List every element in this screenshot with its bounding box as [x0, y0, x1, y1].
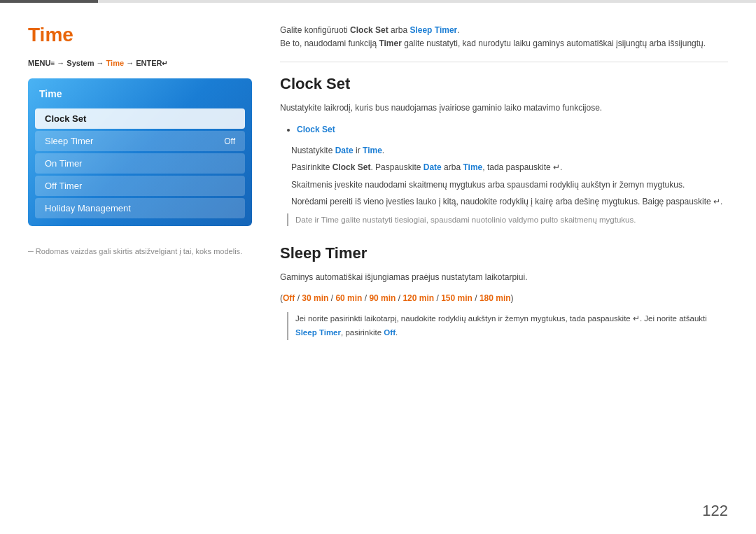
- content-area: Time MENU≡ → System → Time → ENTER↵ Time…: [0, 3, 756, 534]
- intro-text: Galite konfigūruoti Clock Set arba Sleep…: [280, 24, 728, 50]
- clock-set-bullet-list: Clock Set: [291, 122, 728, 136]
- menu-box-title: Time: [28, 84, 252, 106]
- option-60: 60 min: [335, 293, 362, 303]
- intro-line2: Be to, naudodami funkciją Timer galite n…: [280, 38, 706, 48]
- clock-set-sub2-bold: Clock Set: [332, 162, 371, 172]
- clock-set-label: Clock Set: [297, 125, 335, 134]
- option-180: 180 min: [479, 293, 511, 303]
- option-120: 120 min: [402, 293, 434, 303]
- menu-item-holiday-management[interactable]: Holiday Management: [35, 198, 245, 218]
- sleep-timer-note: Jei norite pasirinkti laikotarpį, naudok…: [287, 312, 728, 339]
- menu-item-label: Off Timer: [45, 181, 82, 191]
- sleep-timer-intro: Gaminys automatiškai išjungiamas praėjus…: [280, 271, 728, 284]
- menu-item-label: Sleep Timer: [45, 136, 93, 146]
- off-label: Off: [384, 328, 396, 337]
- timer-options: (Off / 30 min / 60 min / 90 min / 120 mi…: [280, 291, 728, 305]
- date-label-2: Date: [424, 162, 442, 172]
- menu-path: MENU≡ → System → Time → ENTER↵: [28, 59, 252, 67]
- option-off: Off: [283, 293, 295, 303]
- intro-line1: Galite konfigūruoti Clock Set arba Sleep…: [280, 25, 460, 35]
- page-number: 122: [702, 502, 728, 520]
- clock-set-description: Nustatykite laikrodį, kuris bus naudojam…: [280, 101, 728, 115]
- intro-sleep-timer: Sleep Timer: [410, 25, 457, 35]
- menu-path-time: Time: [106, 59, 124, 67]
- menu-item-clock-set[interactable]: Clock Set: [35, 108, 245, 129]
- clock-set-sub1: Nustatykite Date ir Time.: [291, 143, 728, 157]
- time-label-1: Time: [363, 146, 382, 155]
- clock-set-title: Clock Set: [280, 75, 728, 93]
- intro-timer: Timer: [379, 38, 401, 48]
- menu-item-label: On Timer: [45, 158, 82, 169]
- time-label-2: Time: [463, 162, 482, 172]
- left-panel: Time MENU≡ → System → Time → ENTER↵ Time…: [28, 24, 252, 520]
- page-container: Time MENU≡ → System → Time → ENTER↵ Time…: [0, 0, 756, 534]
- menu-item-on-timer[interactable]: On Timer: [35, 153, 245, 174]
- menu-path-text: MENU≡ → System → Time → ENTER↵: [28, 59, 167, 67]
- intro-clock-set: Clock Set: [350, 25, 388, 35]
- clock-set-sub3: Skaitmenis įveskite naudodami skaitmenų …: [291, 178, 728, 192]
- sleep-timer-title: Sleep Timer: [280, 244, 728, 262]
- clock-set-sub2: Pasirinkite Clock Set. Paspauskite Date …: [291, 160, 728, 174]
- clock-set-sub4: Norėdami pereiti iš vieno įvesties lauko…: [291, 195, 728, 209]
- footer-note: ─ Rodomas vaizdas gali skirtis atsižvelg…: [28, 240, 252, 255]
- menu-item-value: Off: [224, 136, 235, 146]
- menu-item-sleep-timer[interactable]: Sleep Timer Off: [35, 131, 245, 151]
- clock-set-dash-note: Date ir Time galite nustatyti tiesiogiai…: [287, 213, 728, 226]
- menu-item-label: Holiday Management: [45, 203, 131, 213]
- option-90: 90 min: [369, 293, 396, 303]
- page-title: Time: [28, 24, 252, 46]
- option-30: 30 min: [302, 293, 328, 303]
- sleep-timer-note-label: Sleep Timer: [295, 328, 341, 337]
- menu-item-off-timer[interactable]: Off Timer: [35, 176, 245, 196]
- clock-set-bullet-item: Clock Set: [297, 122, 728, 136]
- right-panel: Galite konfigūruoti Clock Set arba Sleep…: [280, 24, 728, 520]
- option-150: 150 min: [441, 293, 472, 303]
- date-label-1: Date: [335, 146, 354, 155]
- menu-item-label: Clock Set: [45, 113, 86, 124]
- menu-box: Time Clock Set Sleep Timer Off On Timer …: [28, 78, 252, 226]
